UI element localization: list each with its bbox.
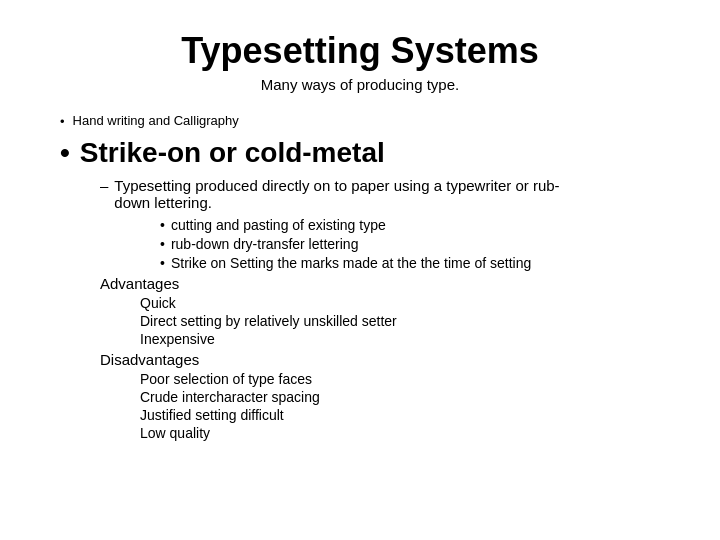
page-title: Typesetting Systems [60,30,660,72]
dash-item-typesetting: – Typesetting produced directly on to pa… [100,177,660,211]
disadv-item-4: Low quality [140,425,660,441]
sub-bullets-section: • cutting and pasting of existing type •… [160,217,660,271]
sub-label-3: Strike on Setting the marks made at the … [171,255,531,271]
sub-bullet-2: • rub-down dry-transfer lettering [160,236,660,252]
disadvantages-list: Poor selection of type faces Crude inter… [140,371,660,441]
dash-text-line1: Typesetting produced directly on to pape… [114,177,559,194]
handwriting-label: Hand writing and Calligraphy [73,113,239,128]
sub-bullet-3: • Strike on Setting the marks made at th… [160,255,660,271]
sub-label-1: cutting and pasting of existing type [171,217,386,233]
content-area: • Hand writing and Calligraphy • Strike-… [60,113,660,510]
adv-item-2: Direct setting by relatively unskilled s… [140,313,660,329]
adv-item-1: Quick [140,295,660,311]
bullet-dot-large: • [60,137,70,169]
disadv-item-2: Crude intercharacter spacing [140,389,660,405]
adv-item-3: Inexpensive [140,331,660,347]
strikeon-label: Strike-on or cold-metal [80,137,385,169]
dash-section: – Typesetting produced directly on to pa… [100,177,660,441]
bullet-strikeon: • Strike-on or cold-metal [60,137,660,169]
advantages-label: Advantages [100,275,660,292]
sub-label-2: rub-down dry-transfer lettering [171,236,359,252]
dash-text-line2: down lettering. [114,194,212,211]
page: Typesetting Systems Many ways of produci… [0,0,720,540]
disadv-item-1: Poor selection of type faces [140,371,660,387]
bullet-handwriting: • Hand writing and Calligraphy [60,113,660,129]
page-subtitle: Many ways of producing type. [60,76,660,93]
sub-dot-1: • [160,217,165,233]
sub-dot-2: • [160,236,165,252]
sub-bullet-1: • cutting and pasting of existing type [160,217,660,233]
dash-symbol: – [100,177,108,194]
disadv-item-3: Justified setting difficult [140,407,660,423]
bullet-dot-small: • [60,114,65,129]
advantages-list: Quick Direct setting by relatively unski… [140,295,660,347]
sub-dot-3: • [160,255,165,271]
disadvantages-label: Disadvantages [100,351,660,368]
dash-text: Typesetting produced directly on to pape… [114,177,559,211]
